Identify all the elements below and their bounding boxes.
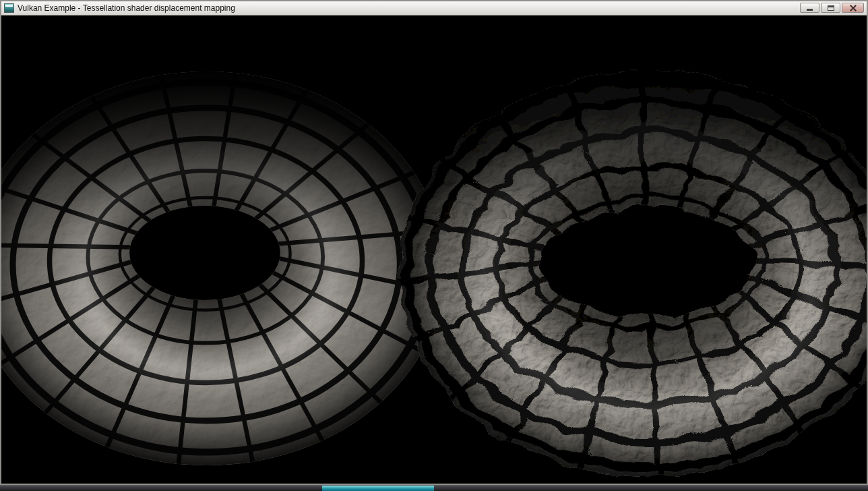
- render-canvas: [1, 16, 867, 484]
- close-icon: [850, 5, 857, 11]
- torus-smooth: [1, 71, 444, 465]
- minimize-button[interactable]: [800, 3, 819, 13]
- taskbar[interactable]: [0, 485, 868, 491]
- titlebar[interactable]: Vulkan Example - Tessellation shader dis…: [1, 1, 867, 16]
- minimize-icon: [807, 9, 813, 11]
- app-window: Vulkan Example - Tessellation shader dis…: [0, 0, 868, 485]
- window-title: Vulkan Example - Tessellation shader dis…: [18, 4, 235, 13]
- close-button[interactable]: [842, 3, 864, 13]
- maximize-icon: [828, 5, 834, 11]
- maximize-button[interactable]: [821, 3, 840, 13]
- app-icon[interactable]: [4, 3, 14, 13]
- window-controls: [800, 1, 864, 13]
- torus-displaced: [396, 68, 867, 473]
- taskbar-active-item[interactable]: [322, 486, 434, 491]
- render-viewport[interactable]: [1, 16, 867, 484]
